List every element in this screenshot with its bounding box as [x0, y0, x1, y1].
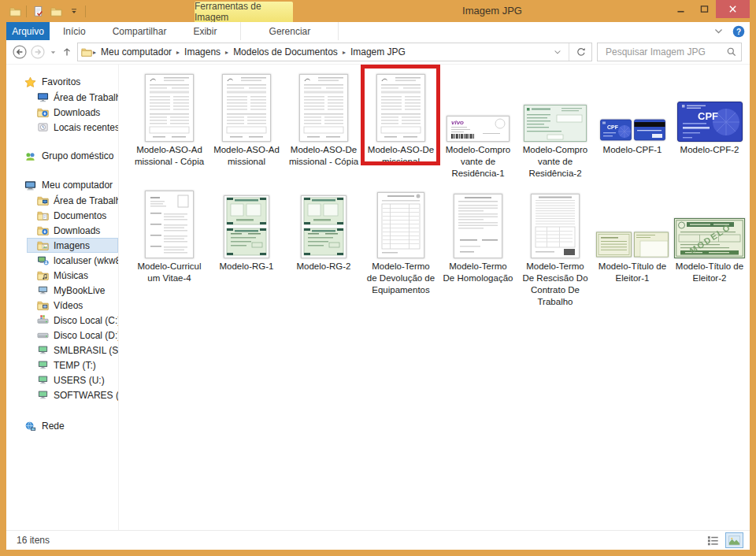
file-item[interactable]: MODELOModelo-Título de Eleitor-2: [671, 186, 748, 314]
sidebar-item-vi-deos[interactable]: Vídeos: [6, 298, 118, 313]
sidebar-item-mybooklive[interactable]: MyBookLive: [6, 283, 118, 298]
downloads-folder-icon: [37, 224, 49, 236]
recent-places-icon: [37, 121, 49, 133]
explorer-icon[interactable]: [8, 4, 22, 18]
file-item[interactable]: Modelo-RG-2: [285, 186, 362, 314]
file-label: Modelo-Compro vante de Residência-1: [446, 144, 510, 180]
network-user-icon: [37, 254, 49, 266]
sidebar-item-label: Locais recentes: [54, 122, 119, 133]
window-controls: [669, 0, 750, 18]
sidebar-item-label: Disco Local (D:): [54, 330, 119, 341]
search-icon[interactable]: [726, 46, 737, 57]
file-thumbnail: MODELO: [674, 186, 745, 258]
close-button[interactable]: [716, 0, 750, 18]
sidebar-section-favoritos[interactable]: Favoritos: [6, 74, 118, 90]
breadcrumb-item[interactable]: Meu computador: [97, 46, 176, 57]
sidebar-item-disco-local-c-[interactable]: Disco Local (C:): [6, 313, 118, 328]
file-item[interactable]: Modelo-Termo de Devolução de Equipamento…: [362, 186, 439, 314]
new-folder-icon[interactable]: [49, 4, 63, 18]
properties-icon[interactable]: [31, 4, 45, 18]
file-grid: Modelo-ASO-Ad missional - CópiaModelo-AS…: [119, 65, 750, 530]
quick-access-toolbar: [8, 0, 86, 22]
breadcrumb-item[interactable]: Modelos de Documentos: [229, 46, 342, 57]
file-label: Modelo-CPF-1: [603, 144, 662, 156]
address-bar: ▸Meu computador▸Imagens▸Modelos de Docum…: [6, 40, 750, 65]
file-thumbnail: [377, 186, 424, 258]
items-count: 16 itens: [17, 535, 50, 546]
sidebar-item-documentos[interactable]: Documentos: [6, 208, 118, 223]
help-icon[interactable]: ?: [732, 25, 745, 38]
sidebar-item-label: Documentos: [54, 210, 106, 221]
file-item[interactable]: Modelo-ASO-Ad missional - Cópia: [131, 69, 208, 186]
network-device-icon: [37, 284, 49, 296]
file-item[interactable]: Modelo-Curricul um Vitae-4: [131, 186, 208, 314]
breadcrumb-item[interactable]: Imagens: [180, 46, 224, 57]
network-icon: [24, 421, 36, 432]
breadcrumb-item[interactable]: Imagem JPG: [346, 46, 410, 57]
sidebar-section-meu-computador[interactable]: Meu computador: [6, 177, 118, 193]
system-drive-icon: [37, 314, 49, 326]
sidebar-item-softwares-x-[interactable]: SOFTWARES (X:): [6, 387, 118, 402]
separator: [26, 6, 27, 17]
file-thumbnail: [376, 69, 425, 142]
thumbnails-view-button[interactable]: [725, 532, 743, 548]
sidebar-item-label: USERS (U:): [54, 375, 105, 386]
sidebar-item-a-rea-de-trabalho[interactable]: Área de Trabalho: [6, 193, 118, 208]
file-item[interactable]: Modelo-ASO-Ad missional: [208, 69, 285, 186]
tab-exibir[interactable]: Exibir: [180, 22, 230, 40]
contextual-tab-group[interactable]: Ferramentas de Imagem: [195, 2, 293, 22]
sidebar-item-mu-sicas[interactable]: Músicas: [6, 268, 118, 283]
sidebar-item-locais-recentes[interactable]: Locais recentes: [6, 120, 118, 135]
up-button[interactable]: [61, 46, 72, 57]
location-folder-icon: [81, 46, 92, 57]
svg-text:CPF: CPF: [607, 124, 619, 130]
file-item[interactable]: CPFModelo-CPF-2: [671, 69, 748, 186]
file-item[interactable]: Modelo-ASO-De missional - Cópia: [285, 69, 362, 186]
content-area: FavoritosÁrea de TrabalhoDownloadsLocais…: [6, 65, 750, 530]
file-item[interactable]: vivoModelo-Compro vante de Residência-1: [439, 69, 517, 186]
sidebar-item-downloads[interactable]: Downloads: [6, 223, 118, 238]
tab-arquivo[interactable]: Arquivo: [6, 22, 50, 40]
computer-icon: [24, 180, 36, 191]
file-item[interactable]: Modelo-Título de Eleitor-1: [594, 186, 671, 314]
search-input[interactable]: [604, 46, 726, 58]
svg-text:?: ?: [736, 27, 741, 35]
file-item[interactable]: CPFModelo-CPF-1: [594, 69, 671, 186]
maximize-icon: [699, 4, 710, 14]
tab-inicio[interactable]: Início: [50, 22, 99, 40]
sidebar-section-grupo-dome-stico[interactable]: Grupo doméstico: [6, 148, 118, 164]
sidebar-item-downloads[interactable]: Downloads: [6, 105, 118, 120]
sidebar-item-imagens[interactable]: Imagens: [27, 238, 118, 253]
sidebar-item-a-rea-de-trabalho[interactable]: Área de Trabalho: [6, 90, 118, 105]
sidebar-section-rede[interactable]: Rede: [6, 418, 118, 434]
file-item[interactable]: Modelo-Termo De Rescisão Do Contrato De …: [517, 186, 594, 314]
star-icon: [24, 76, 36, 88]
refresh-button[interactable]: [573, 46, 590, 57]
sidebar-item-temp-t-[interactable]: TEMP (T:): [6, 358, 118, 373]
file-label: Modelo-Termo De Homologação: [443, 261, 513, 284]
sidebar-item-disco-local-d-[interactable]: Disco Local (D:): [6, 328, 118, 343]
history-dropdown-button[interactable]: [49, 48, 57, 57]
sidebar-item-localuser-wkw8-cor[interactable]: localuser (wkw8-cor: [6, 253, 118, 268]
address-box[interactable]: ▸Meu computador▸Imagens▸Modelos de Docum…: [77, 43, 592, 61]
collapse-ribbon-icon[interactable]: [713, 26, 724, 36]
sidebar-item-smlbrasil-s-[interactable]: SMLBRASIL (S:): [6, 343, 118, 358]
file-thumbnail: [145, 186, 194, 258]
sidebar-item-users-u-[interactable]: USERS (U:): [6, 373, 118, 387]
minimize-button[interactable]: [669, 0, 692, 18]
maximize-button[interactable]: [692, 0, 716, 18]
file-item[interactable]: Modelo-Termo De Homologação: [439, 186, 517, 314]
forward-button[interactable]: [31, 45, 45, 59]
tab-gerenciar[interactable]: Gerenciar: [240, 22, 339, 40]
dropdown-button[interactable]: [550, 47, 565, 57]
search-box[interactable]: [597, 43, 742, 61]
customize-arrow-icon[interactable]: [67, 4, 81, 18]
file-item[interactable]: Modelo-RG-1: [208, 186, 285, 314]
file-item[interactable]: Modelo-ASO-De missional: [362, 69, 439, 186]
tab-compartilhar[interactable]: Compartilhar: [99, 22, 180, 40]
sidebar-item-label: localuser (wkw8-cor: [54, 255, 119, 266]
back-button[interactable]: [13, 45, 27, 59]
file-item[interactable]: Modelo-Compro vante de Residência-2: [517, 69, 594, 186]
details-view-button[interactable]: [704, 532, 722, 548]
homegroup-icon: [24, 150, 36, 162]
